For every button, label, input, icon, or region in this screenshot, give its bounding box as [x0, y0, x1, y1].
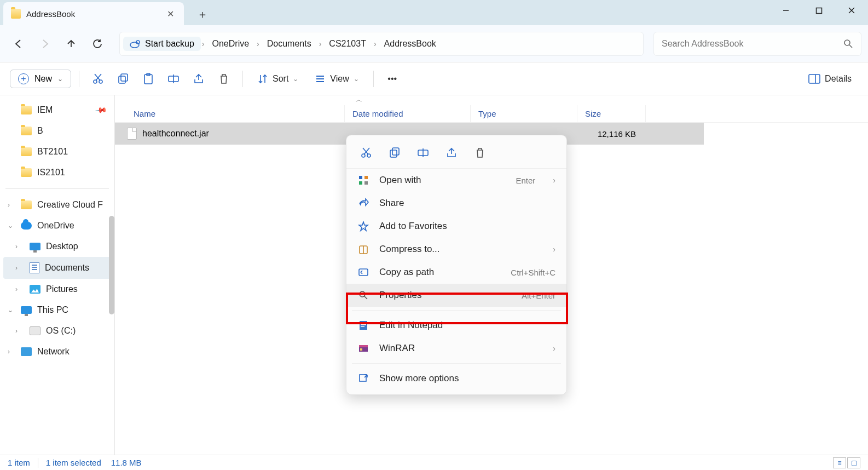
sidebar-item-label: Pictures — [46, 284, 78, 294]
sort-icon — [257, 73, 268, 84]
sidebar-item-network[interactable]: ›Network — [0, 341, 114, 362]
ctx-label: WinRAR — [379, 343, 415, 354]
sidebar-item-creative-cloud[interactable]: ›Creative Cloud F — [0, 194, 114, 215]
chevron-right-icon[interactable]: › — [318, 39, 323, 48]
ctx-copy-path[interactable]: Copy as path Ctrl+Shift+C — [346, 261, 566, 284]
details-pane-button[interactable]: Details — [802, 71, 858, 87]
chevron-right-icon[interactable]: › — [256, 39, 261, 48]
cut-button[interactable] — [87, 68, 109, 90]
ctx-favorites[interactable]: Add to Favorites — [346, 215, 566, 238]
ctx-notepad[interactable]: Edit in Notepad — [346, 314, 566, 337]
ctx-compress[interactable]: Compress to... › — [346, 238, 566, 261]
column-header-size[interactable]: Size — [577, 105, 646, 122]
chevron-right-icon[interactable]: › — [201, 39, 206, 48]
chevron-right-icon[interactable]: › — [15, 285, 18, 293]
chevron-down-icon[interactable]: ⌄ — [8, 222, 13, 230]
ctx-divider — [352, 310, 561, 311]
ctx-winrar[interactable]: WinRAR › — [346, 337, 566, 360]
chevron-right-icon[interactable]: › — [8, 201, 10, 209]
toolbar-divider — [242, 71, 243, 87]
ctx-open-with[interactable]: Open with Enter › — [346, 169, 566, 192]
network-icon — [21, 347, 32, 356]
search-icon[interactable] — [843, 39, 853, 49]
refresh-button[interactable] — [85, 32, 109, 56]
more-button[interactable]: ••• — [381, 68, 403, 90]
ctx-share[interactable]: Share — [346, 192, 566, 215]
ctx-more-options[interactable]: Show more options — [346, 367, 566, 390]
forward-button[interactable] — [33, 32, 57, 56]
search-input[interactable] — [662, 39, 843, 49]
svg-line-7 — [849, 45, 852, 48]
copy-button[interactable] — [112, 68, 134, 90]
window-tab[interactable]: AddressBook ✕ — [3, 2, 184, 25]
column-header-date[interactable]: Date modified — [345, 105, 471, 122]
start-backup-button[interactable]: Start backup — [123, 37, 201, 51]
rename-button[interactable] — [163, 68, 184, 90]
chevron-right-icon[interactable]: › — [15, 327, 18, 335]
chevron-right-icon[interactable]: › — [15, 243, 18, 250]
chevron-down-icon: ⌄ — [293, 75, 298, 83]
chevron-right-icon[interactable]: › — [15, 264, 18, 272]
chevron-right-icon[interactable]: › — [8, 348, 10, 356]
notepad-icon — [357, 319, 369, 331]
column-header-type[interactable]: Type — [471, 105, 577, 122]
breadcrumb-bar[interactable]: Start backup › OneDrive › Documents › CS… — [119, 32, 644, 56]
sidebar-item-onedrive[interactable]: ⌄OneDrive — [0, 215, 114, 236]
column-header-name[interactable]: Name — [115, 105, 345, 122]
chevron-down-icon: ⌄ — [57, 75, 63, 83]
pin-icon: 📌 — [95, 104, 107, 116]
sidebar-scrollbar[interactable] — [109, 216, 114, 314]
back-button[interactable] — [7, 32, 31, 56]
view-list-button[interactable]: ≡ — [833, 457, 846, 468]
svg-rect-12 — [119, 76, 125, 83]
svg-line-39 — [364, 296, 367, 299]
sidebar-item-bt2101[interactable]: BT2101 — [0, 141, 114, 162]
paste-button[interactable] — [137, 68, 159, 90]
delete-button[interactable] — [213, 68, 235, 90]
minimize-button[interactable] — [769, 0, 802, 21]
sidebar-item-iem[interactable]: IEM📌 — [0, 100, 114, 121]
details-label: Details — [825, 74, 852, 84]
svg-rect-27 — [390, 150, 397, 157]
sidebar-item-this-pc[interactable]: ⌄This PC — [0, 300, 114, 320]
chevron-right-icon[interactable]: › — [373, 39, 378, 48]
close-window-button[interactable] — [835, 0, 868, 21]
up-button[interactable] — [59, 32, 83, 56]
ctx-copy-button[interactable] — [387, 145, 402, 161]
breadcrumb-item[interactable]: AddressBook — [378, 39, 443, 49]
sidebar-item-pictures[interactable]: ›Pictures — [0, 279, 114, 300]
breadcrumb-item[interactable]: Documents — [261, 39, 318, 49]
sidebar-item-desktop[interactable]: ›Desktop — [0, 236, 114, 257]
view-button[interactable]: View ⌄ — [308, 70, 365, 88]
search-box[interactable] — [653, 32, 861, 56]
ctx-cut-button[interactable] — [358, 145, 374, 161]
sort-button[interactable]: Sort ⌄ — [251, 70, 305, 88]
sidebar-item-documents[interactable]: ›Documents — [3, 257, 111, 279]
folder-icon — [11, 9, 21, 19]
sidebar-item-b[interactable]: B — [0, 121, 114, 141]
ctx-rename-button[interactable] — [415, 145, 431, 161]
status-selection: 1 item selected — [46, 458, 101, 467]
sort-label: Sort — [273, 74, 288, 84]
sidebar-divider — [5, 188, 109, 189]
ctx-delete-button[interactable] — [472, 145, 488, 161]
close-tab-button[interactable]: ✕ — [165, 7, 176, 21]
breadcrumb-item[interactable]: OneDrive — [206, 39, 256, 49]
svg-rect-47 — [360, 375, 366, 381]
new-tab-button[interactable]: ＋ — [192, 3, 213, 25]
ctx-share-button[interactable] — [444, 145, 459, 161]
ctx-properties[interactable]: Properties Alt+Enter — [346, 284, 566, 307]
view-grid-button[interactable]: ▢ — [847, 457, 860, 468]
ctx-shortcut: Enter — [516, 176, 535, 185]
title-bar: AddressBook ✕ ＋ — [0, 0, 868, 25]
chevron-right-icon: › — [553, 344, 555, 353]
new-button[interactable]: + New ⌄ — [10, 70, 71, 88]
folder-icon — [21, 147, 32, 156]
sidebar-item-is2101[interactable]: IS2101 — [0, 162, 114, 183]
chevron-down-icon[interactable]: ⌄ — [8, 306, 13, 314]
maximize-button[interactable] — [802, 0, 835, 21]
breadcrumb-item[interactable]: CS2103T — [322, 39, 373, 49]
svg-line-25 — [364, 148, 369, 154]
share-button[interactable] — [188, 68, 210, 90]
sidebar-item-os-c[interactable]: ›OS (C:) — [0, 320, 114, 341]
